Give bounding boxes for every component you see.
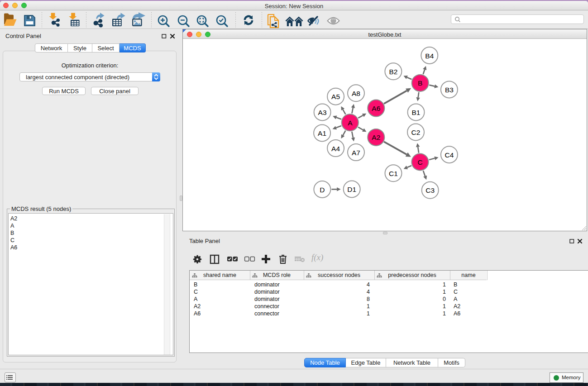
svg-text:B1: B1	[412, 109, 421, 116]
svg-text:C1: C1	[389, 170, 398, 177]
svg-text:A1: A1	[318, 129, 326, 137]
svg-text:D1: D1	[347, 186, 356, 193]
svg-text:C3: C3	[425, 186, 435, 194]
svg-text:A3: A3	[318, 109, 327, 116]
svg-text:D: D	[320, 186, 325, 194]
svg-text:B: B	[418, 79, 422, 87]
svg-text:A8: A8	[352, 90, 360, 97]
svg-text:C2: C2	[411, 129, 421, 136]
svg-text:A7: A7	[352, 149, 360, 157]
svg-text:C4: C4	[445, 151, 454, 159]
svg-text:B3: B3	[445, 86, 454, 94]
svg-text:B2: B2	[389, 68, 397, 76]
svg-text:A6: A6	[372, 105, 380, 112]
svg-text:B4: B4	[425, 52, 434, 60]
svg-text:A: A	[348, 119, 353, 127]
svg-text:C: C	[417, 158, 422, 166]
svg-text:A5: A5	[331, 93, 340, 100]
svg-text:A4: A4	[331, 145, 340, 152]
svg-text:A2: A2	[372, 133, 380, 141]
